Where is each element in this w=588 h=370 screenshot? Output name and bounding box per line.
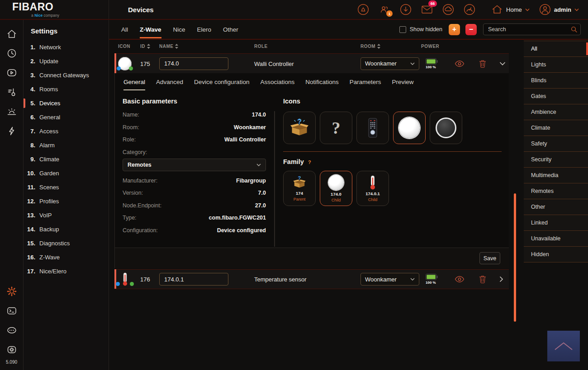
family-item-child-174-0-1[interactable]: 174.0.1 Child: [356, 171, 389, 206]
home-selector[interactable]: Home: [491, 4, 530, 15]
section-divider: [283, 151, 502, 152]
family-item-parent[interactable]: ? 174 Parent: [283, 171, 316, 206]
help-icon[interactable]: ?: [308, 159, 311, 165]
tab-all[interactable]: All: [121, 20, 128, 39]
category-item-unavailable[interactable]: Unavailable: [524, 231, 588, 247]
detail-tab-device-configuration[interactable]: Device configuration: [194, 79, 249, 90]
mail-icon[interactable]: 66: [421, 4, 433, 15]
sidebar-item-nice-elero[interactable]: 17.Nice/Elero: [24, 264, 109, 278]
climate-icon[interactable]: [6, 87, 17, 98]
sidebar-item-scenes[interactable]: 11.Scenes: [24, 180, 109, 194]
white-button-icon: [328, 175, 344, 190]
weather-icon[interactable]: [442, 4, 454, 15]
sidebar-item-rooms[interactable]: 4.Rooms: [24, 82, 109, 96]
sidebar-item-diagnostics[interactable]: 15.Diagnostics: [24, 236, 109, 250]
terminal-icon[interactable]: [6, 305, 17, 316]
history-icon[interactable]: [6, 48, 17, 59]
download-icon[interactable]: [400, 4, 412, 15]
category-item-security[interactable]: Security: [524, 152, 588, 168]
category-item-all[interactable]: All: [524, 41, 588, 57]
device-name-input[interactable]: [159, 57, 228, 70]
detail-tab-parameters[interactable]: Parameters: [350, 79, 381, 90]
tab-nice[interactable]: Nice: [173, 20, 185, 39]
scrollbar-thumb[interactable]: [514, 193, 516, 322]
question-mark-icon[interactable]: ?: [320, 112, 352, 144]
left-icon-rail: 5.090: [0, 20, 24, 370]
detail-tab-notifications[interactable]: Notifications: [305, 79, 339, 90]
visibility-eye-icon[interactable]: [455, 276, 465, 283]
scroll-to-top-button[interactable]: [547, 331, 580, 361]
delete-trash-icon[interactable]: [479, 60, 486, 68]
category-item-safety[interactable]: Safety: [524, 136, 588, 152]
collapse-chevron-icon[interactable]: [499, 61, 506, 66]
sidebar-item-access[interactable]: 7.Access: [24, 124, 109, 138]
tab-zwave[interactable]: Z-Wave: [140, 20, 161, 39]
sidebar-item-alarm[interactable]: 8.Alarm: [24, 138, 109, 152]
category-item-lights[interactable]: Lights: [524, 57, 588, 73]
room-select[interactable]: Woonkamer: [360, 57, 419, 70]
sidebar-item-general[interactable]: 6.General: [24, 110, 109, 124]
sidebar-item-zwave[interactable]: 16.Z-Wave: [24, 250, 109, 264]
category-item-linked[interactable]: Linked: [524, 215, 588, 231]
category-item-climate[interactable]: Climate: [524, 120, 588, 136]
category-item-blinds[interactable]: Blinds: [524, 73, 588, 89]
add-device-button[interactable]: +: [449, 24, 460, 35]
delete-trash-icon[interactable]: [479, 275, 486, 283]
tab-other[interactable]: Other: [223, 20, 238, 39]
category-item-remotes[interactable]: Remotes: [524, 183, 588, 199]
col-room[interactable]: ROOM: [360, 44, 380, 49]
energy-icon[interactable]: [6, 126, 17, 136]
sidebar-item-garden[interactable]: 10.Garden: [24, 166, 109, 180]
home-icon[interactable]: [6, 28, 17, 39]
vertical-divider: [274, 111, 275, 247]
sidebar-item-voip[interactable]: 13.VoIP: [24, 208, 109, 222]
col-id[interactable]: ID: [140, 44, 150, 49]
detail-tab-preview[interactable]: Preview: [392, 79, 414, 90]
alarm-siren-icon[interactable]: [6, 106, 17, 117]
sidebar-item-climate[interactable]: 9.Climate: [24, 152, 109, 166]
user-menu[interactable]: admin: [539, 4, 579, 15]
sidebar-item-profiles[interactable]: 12.Profiles: [24, 194, 109, 208]
settings-panel: Settings 1.Network 2.Update 3.Connect Ga…: [24, 20, 109, 370]
search-input[interactable]: [483, 23, 581, 35]
detail-tab-advanced[interactable]: Advanced: [156, 79, 183, 90]
sidebar-item-devices[interactable]: 5.Devices: [24, 96, 109, 110]
sidebar-item-backup[interactable]: 14.Backup: [24, 222, 109, 236]
detail-tab-general[interactable]: General: [123, 79, 145, 90]
scenes-icon[interactable]: [6, 67, 17, 78]
users-icon[interactable]: 1: [379, 4, 390, 15]
category-item-gates[interactable]: Gates: [524, 89, 588, 104]
category-item-hidden[interactable]: Hidden: [524, 247, 588, 262]
basic-parameters-section: Basic parameters Name:174.0 Room:Woonkam…: [123, 98, 266, 239]
category-item-multimedia[interactable]: Multimedia: [524, 168, 588, 183]
search-icon: [571, 26, 577, 33]
dark-button-icon[interactable]: [430, 112, 462, 144]
sidebar-item-update[interactable]: 2.Update: [24, 54, 109, 68]
battery-icon: [426, 274, 438, 280]
category-item-other[interactable]: Other: [524, 199, 588, 215]
device-name-input[interactable]: [159, 273, 228, 286]
network-icon[interactable]: [6, 325, 17, 336]
alarm-icon[interactable]: [357, 4, 369, 15]
hub-icon[interactable]: [6, 344, 17, 355]
expand-chevron-icon[interactable]: [499, 276, 503, 282]
sidebar-item-network[interactable]: 1.Network: [24, 40, 109, 54]
sidebar-item-connect-gateways[interactable]: 3.Connect Gateways: [24, 68, 109, 82]
white-button-icon[interactable]: [393, 112, 426, 144]
remote-icon[interactable]: [356, 112, 389, 144]
visibility-eye-icon[interactable]: [455, 60, 465, 67]
save-button[interactable]: Save: [479, 252, 500, 264]
gauge-icon[interactable]: [464, 4, 475, 15]
home-icon: [491, 4, 503, 15]
gear-icon[interactable]: [6, 286, 17, 297]
detail-tab-associations[interactable]: Associations: [260, 79, 294, 90]
box-question-icon[interactable]: ?: [283, 112, 316, 144]
show-hidden-checkbox[interactable]: [399, 26, 406, 33]
category-select[interactable]: Remotes: [123, 159, 266, 171]
room-select[interactable]: Woonkamer: [360, 273, 419, 286]
tab-elero[interactable]: Elero: [197, 20, 212, 39]
family-item-child-174-0[interactable]: 174.0 Child: [320, 171, 352, 206]
col-name[interactable]: NAME: [159, 44, 178, 49]
category-item-ambience[interactable]: Ambience: [524, 104, 588, 120]
remove-device-button[interactable]: −: [465, 24, 477, 35]
